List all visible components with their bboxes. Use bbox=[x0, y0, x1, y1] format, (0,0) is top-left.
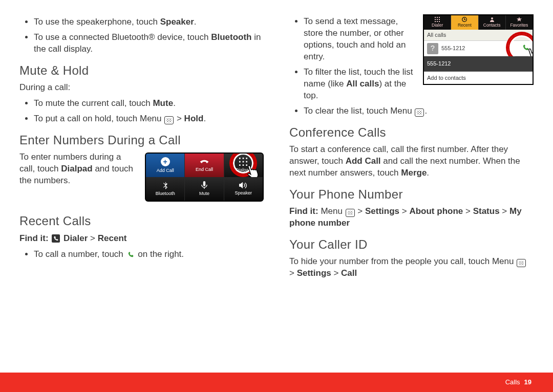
svg-point-19 bbox=[491, 17, 493, 19]
tab-recent[interactable]: Recent bbox=[451, 15, 478, 30]
bullet-list: To call a number, touch on the right. bbox=[19, 249, 264, 260]
screenshot-recent-list: Dialer Recent Contacts Favorites bbox=[423, 14, 534, 85]
speaker-icon bbox=[239, 182, 247, 189]
svg-rect-17 bbox=[439, 21, 440, 22]
svg-rect-1 bbox=[243, 158, 244, 159]
svg-rect-5 bbox=[246, 161, 248, 163]
hangup-icon bbox=[199, 158, 209, 165]
bluetooth-icon bbox=[162, 181, 168, 189]
menu-icon bbox=[517, 259, 526, 267]
end-call-button[interactable]: End Call bbox=[185, 154, 224, 177]
svg-rect-11 bbox=[439, 17, 440, 18]
menu-icon bbox=[346, 209, 355, 217]
footer-page-number: 19 bbox=[524, 378, 531, 387]
call-entry[interactable]: ? 555-1212 bbox=[424, 41, 533, 56]
heading-enter-numbers: Enter Numbers During a Call bbox=[19, 132, 264, 148]
svg-rect-14 bbox=[439, 19, 440, 20]
heading-recent-calls: Recent Calls bbox=[19, 213, 264, 229]
two-columns: To use the speakerphone, touch Speaker. … bbox=[19, 14, 534, 284]
avatar-icon: ? bbox=[427, 43, 438, 54]
speaker-button[interactable]: Speaker bbox=[224, 177, 263, 201]
dialpad-icon bbox=[435, 17, 440, 22]
person-icon bbox=[490, 17, 495, 22]
list-item: To use the speakerphone, touch Speaker. bbox=[34, 16, 264, 28]
mic-icon bbox=[201, 181, 208, 189]
find-it-line: Find it: Menu > Settings > About phone >… bbox=[289, 206, 534, 229]
svg-rect-10 bbox=[437, 17, 438, 18]
clock-icon bbox=[462, 17, 467, 22]
add-to-contacts[interactable]: Add to contacts bbox=[424, 72, 533, 84]
call-entry-selected[interactable]: 555-1212 bbox=[424, 56, 533, 72]
bullet-list: To use the speakerphone, touch Speaker. … bbox=[19, 16, 264, 55]
list-item: To call a number, touch on the right. bbox=[34, 249, 264, 260]
chevron-down-icon: ▾ bbox=[526, 31, 529, 39]
list-item: To use a connected Bluetooth® device, to… bbox=[34, 32, 264, 55]
svg-rect-13 bbox=[437, 19, 438, 20]
star-icon bbox=[517, 17, 522, 22]
filter-dropdown[interactable]: All calls ▾ bbox=[424, 30, 533, 41]
list-item: To put a call on hold, touch Menu > Hold… bbox=[34, 113, 264, 125]
paragraph: To start a conference call, call the fir… bbox=[289, 144, 534, 179]
find-it-line: Find it: Dialer > Recent bbox=[19, 233, 264, 245]
svg-rect-15 bbox=[435, 21, 436, 22]
add-call-button[interactable]: + Add Call bbox=[146, 154, 185, 177]
svg-rect-4 bbox=[243, 161, 244, 163]
dialpad-button[interactable]: Dialpad bbox=[224, 154, 263, 177]
paragraph: During a call: bbox=[19, 82, 264, 94]
mute-button[interactable]: Mute bbox=[185, 177, 224, 201]
manual-page: To use the speakerphone, touch Speaker. … bbox=[0, 0, 553, 392]
svg-rect-2 bbox=[246, 158, 248, 159]
tab-dialer[interactable]: Dialer bbox=[424, 15, 451, 30]
svg-rect-3 bbox=[239, 161, 241, 163]
heading-mute-hold: Mute & Hold bbox=[19, 62, 264, 79]
heading-your-phone-number: Your Phone Number bbox=[289, 186, 534, 203]
paragraph: To hide your number from the people you … bbox=[289, 256, 534, 279]
menu-icon bbox=[164, 116, 174, 124]
plus-icon: + bbox=[161, 157, 170, 166]
left-column: To use the speakerphone, touch Speaker. … bbox=[19, 14, 264, 284]
bluetooth-button[interactable]: Bluetooth bbox=[146, 177, 185, 201]
list-item: To clear the list, touch Menu . bbox=[304, 105, 534, 117]
svg-rect-12 bbox=[435, 19, 436, 20]
dialer-app-icon bbox=[52, 234, 60, 243]
screenshot-in-call: + Add Call End Call Dialpad bbox=[145, 153, 264, 202]
svg-rect-6 bbox=[239, 165, 241, 166]
heading-conference-calls: Conference Calls bbox=[289, 124, 534, 141]
right-column: Dialer Recent Contacts Favorites bbox=[289, 14, 534, 284]
svg-rect-9 bbox=[435, 17, 436, 18]
svg-rect-16 bbox=[437, 21, 438, 22]
menu-icon bbox=[415, 108, 424, 117]
svg-rect-0 bbox=[239, 158, 241, 159]
page-footer: Calls 19 bbox=[0, 373, 553, 392]
list-item: To mute the current call, touch Mute. bbox=[34, 98, 264, 110]
phone-icon bbox=[127, 250, 134, 256]
tab-favorites[interactable]: Favorites bbox=[506, 15, 533, 30]
tab-contacts[interactable]: Contacts bbox=[479, 15, 506, 30]
footer-section: Calls bbox=[505, 378, 520, 387]
heading-your-caller-id: Your Caller ID bbox=[289, 236, 534, 253]
bullet-list: To mute the current call, touch Mute. To… bbox=[19, 98, 264, 125]
